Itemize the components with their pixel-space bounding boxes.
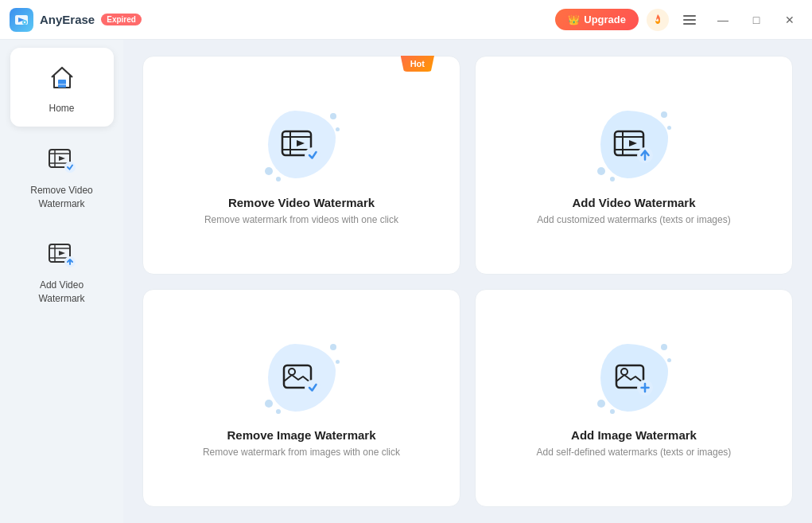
app-icon: [10, 8, 33, 32]
dot: [661, 111, 667, 118]
dot: [330, 344, 336, 350]
maximize-button[interactable]: □: [744, 7, 769, 33]
svg-marker-26: [629, 140, 637, 146]
content-area: Hot Remove Video Watermark: [123, 40, 812, 523]
dot: [610, 409, 615, 414]
dot: [330, 113, 336, 119]
dot: [276, 409, 281, 414]
add-image-title: Add Image Watermark: [571, 428, 697, 442]
remove-image-desc: Remove watermark from images with one cl…: [203, 447, 400, 458]
sidebar-item-home[interactable]: Home: [10, 48, 114, 127]
expired-badge: Expired: [101, 14, 142, 25]
minimize-button[interactable]: —: [710, 7, 736, 33]
svg-rect-2: [58, 80, 66, 88]
sidebar-home-label: Home: [49, 102, 74, 115]
remove-image-icon-wrap: [262, 338, 341, 417]
remove-video-sidebar-icon: [43, 141, 81, 179]
sidebar-item-remove-video[interactable]: Remove Video Watermark: [10, 130, 114, 222]
svg-marker-14: [59, 251, 65, 256]
dot: [597, 400, 605, 408]
remove-image-title: Remove Image Watermark: [227, 428, 375, 442]
svg-point-32: [621, 369, 627, 375]
crown-icon: 👑: [568, 14, 580, 25]
menu-button[interactable]: [677, 7, 702, 33]
dot: [667, 126, 671, 130]
remove-video-title: Remove Video Watermark: [228, 196, 375, 209]
title-bar-right: 👑 Upgrade — □ ✕: [555, 7, 802, 33]
remove-video-desc: Remove watermark from videos with one cl…: [204, 214, 398, 225]
remove-video-watermark-card[interactable]: Hot Remove Video Watermark: [142, 56, 460, 275]
dot: [336, 127, 340, 131]
title-bar-left: AnyErase Expired: [10, 8, 142, 32]
sidebar-add-video-label: Add Video Watermark: [18, 279, 106, 306]
sidebar-item-add-video[interactable]: Add Video Watermark: [10, 224, 114, 317]
svg-marker-20: [297, 140, 305, 146]
svg-point-21: [305, 147, 321, 163]
upgrade-button[interactable]: 👑 Upgrade: [555, 9, 639, 30]
dot: [610, 177, 615, 181]
add-video-title: Add Video Watermark: [572, 196, 695, 209]
dot: [597, 167, 605, 175]
upgrade-label: Upgrade: [584, 14, 626, 25]
fire-icon: [647, 9, 669, 31]
add-video-icon-wrap: [594, 105, 674, 185]
svg-point-29: [289, 369, 295, 375]
sidebar: Home Remove Video Watermark: [0, 40, 123, 523]
dot: [265, 167, 273, 175]
add-image-watermark-card[interactable]: Add Image Watermark Add self-defined wat…: [475, 289, 793, 508]
hot-badge: Hot: [401, 56, 434, 72]
remove-video-icon-wrap: [262, 105, 341, 185]
main-layout: Home Remove Video Watermark: [0, 40, 812, 523]
dot: [276, 177, 281, 181]
home-icon: [43, 59, 81, 97]
dot: [265, 400, 273, 408]
add-video-watermark-card[interactable]: Add Video Watermark Add customized water…: [475, 56, 793, 275]
svg-marker-8: [59, 156, 65, 161]
remove-image-watermark-card[interactable]: Remove Image Watermark Remove watermark …: [142, 289, 460, 508]
add-video-sidebar-icon: [43, 236, 81, 274]
dot: [336, 360, 340, 364]
dot: [661, 344, 667, 350]
add-image-icon-wrap: [594, 338, 674, 417]
add-image-desc: Add self-defined watermarks (texts or im…: [537, 447, 732, 458]
title-bar: AnyErase Expired 👑 Upgrade — □ ✕: [0, 0, 812, 40]
svg-point-9: [64, 162, 76, 173]
dot: [667, 358, 671, 362]
svg-point-30: [305, 380, 321, 396]
add-video-desc: Add customized watermarks (texts or imag…: [537, 214, 730, 225]
app-name: AnyErase: [40, 13, 95, 26]
close-button[interactable]: ✕: [777, 7, 802, 33]
sidebar-remove-video-label: Remove Video Watermark: [18, 184, 106, 211]
